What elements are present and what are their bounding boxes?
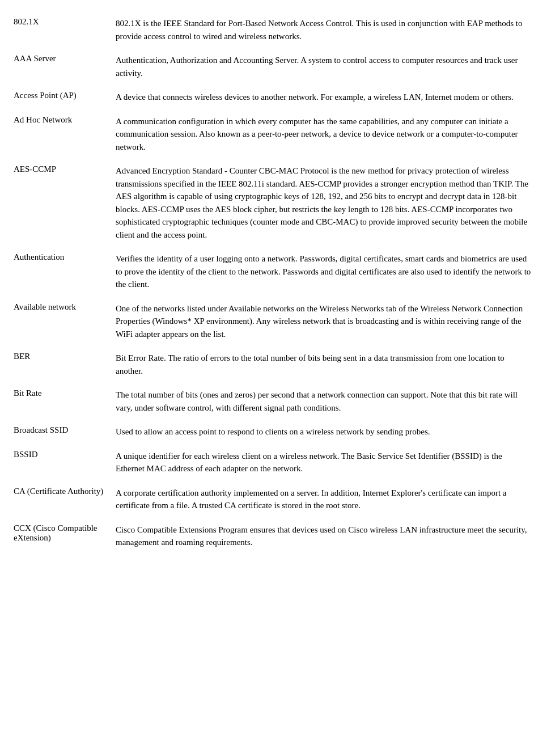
definition-cell: Advanced Encryption Standard - Counter C…	[116, 159, 537, 247]
definition-cell: A corporate certification authority impl…	[116, 481, 537, 518]
glossary-row: Bit RateThe total number of bits (ones a…	[14, 383, 537, 420]
glossary-row: BERBit Error Rate. The ratio of errors t…	[14, 346, 537, 383]
glossary-row: Access Point (AP)A device that connects …	[14, 85, 537, 109]
term-cell: CCX (Cisco Compatible eXtension)	[14, 518, 116, 555]
definition-cell: A device that connects wireless devices …	[116, 85, 537, 109]
term-cell: Ad Hoc Network	[14, 109, 116, 159]
definition-cell: 802.1X is the IEEE Standard for Port-Bas…	[116, 11, 537, 48]
glossary-row: Available networkOne of the networks lis…	[14, 297, 537, 347]
glossary-row: CA (Certificate Authority)A corporate ce…	[14, 481, 537, 518]
term-cell: BER	[14, 346, 116, 383]
definition-cell: Used to allow an access point to respond…	[116, 420, 537, 444]
term-cell: BSSID	[14, 444, 116, 481]
term-cell: AAA Server	[14, 48, 116, 85]
definition-cell: Authentication, Authorization and Accoun…	[116, 48, 537, 85]
glossary-table: 802.1X802.1X is the IEEE Standard for Po…	[14, 11, 537, 555]
glossary-row: AuthenticationVerifies the identity of a…	[14, 247, 537, 297]
glossary-row: AAA ServerAuthentication, Authorization …	[14, 48, 537, 85]
definition-cell: A unique identifier for each wireless cl…	[116, 444, 537, 481]
term-cell: AES-CCMP	[14, 159, 116, 247]
term-cell: Broadcast SSID	[14, 420, 116, 444]
glossary-row: AES-CCMPAdvanced Encryption Standard - C…	[14, 159, 537, 247]
definition-cell: Cisco Compatible Extensions Program ensu…	[116, 518, 537, 555]
definition-cell: Bit Error Rate. The ratio of errors to t…	[116, 346, 537, 383]
definition-cell: A communication configuration in which e…	[116, 109, 537, 159]
term-cell: Authentication	[14, 247, 116, 297]
term-cell: 802.1X	[14, 11, 116, 48]
definition-cell: The total number of bits (ones and zeros…	[116, 383, 537, 420]
glossary-row: 802.1X802.1X is the IEEE Standard for Po…	[14, 11, 537, 48]
definition-cell: Verifies the identity of a user logging …	[116, 247, 537, 297]
term-cell: Bit Rate	[14, 383, 116, 420]
term-cell: Available network	[14, 297, 116, 347]
definition-cell: One of the networks listed under Availab…	[116, 297, 537, 347]
glossary-row: Ad Hoc NetworkA communication configurat…	[14, 109, 537, 159]
glossary-row: Broadcast SSIDUsed to allow an access po…	[14, 420, 537, 444]
term-cell: CA (Certificate Authority)	[14, 481, 116, 518]
glossary-row: BSSIDA unique identifier for each wirele…	[14, 444, 537, 481]
glossary-row: CCX (Cisco Compatible eXtension)Cisco Co…	[14, 518, 537, 555]
term-cell: Access Point (AP)	[14, 85, 116, 109]
